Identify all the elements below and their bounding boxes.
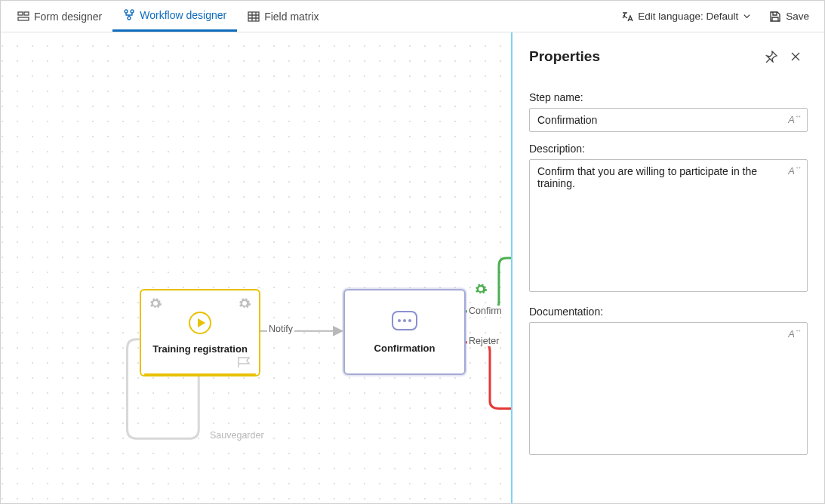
svg-rect-6 [248,12,259,21]
pin-button[interactable] [759,45,783,69]
workflow-canvas[interactable]: Notify Sauvegarder Confirm Rejeter Train… [1,32,511,503]
translate-icon[interactable] [788,114,802,125]
translate-icon[interactable] [788,165,802,177]
table-icon [248,11,260,23]
gear-icon[interactable] [238,297,251,310]
tab-workflow-designer[interactable]: Workflow designer [112,1,237,32]
description-label: Description: [529,143,808,155]
close-icon [790,51,802,63]
step-name-input[interactable] [529,108,808,132]
tab-form-designer-label: Form designer [34,11,102,23]
gear-icon[interactable] [149,297,162,310]
description-input[interactable] [529,159,808,292]
workflow-icon [123,9,135,21]
flag-icon [238,357,251,367]
save-icon [769,11,781,23]
gear-icon[interactable] [474,282,488,296]
close-button[interactable] [783,45,808,69]
node-training-registration[interactable]: Training registration [140,289,260,376]
tab-field-matrix[interactable]: Field matrix [237,1,329,32]
edit-language-label: Edit language: Default [638,11,738,22]
svg-rect-1 [24,12,29,15]
edge-label-confirm[interactable]: Confirm [467,306,503,316]
svg-point-4 [131,10,134,13]
edge-label-notify[interactable]: Notify [267,324,294,334]
tab-form-designer[interactable]: Form designer [7,1,112,32]
svg-point-3 [125,10,128,13]
node-confirmation-label: Confirmation [374,343,436,354]
tab-field-matrix-label: Field matrix [264,11,319,23]
panel-title: Properties [529,48,600,65]
save-button[interactable]: Save [760,11,818,23]
layout-icon [17,11,29,23]
translate-icon [621,11,633,23]
properties-panel: Properties Step name: Description: Docum… [511,32,824,503]
edge-label-rejeter[interactable]: Rejeter [467,336,500,346]
documentation-label: Documentation: [529,306,808,318]
save-label: Save [786,11,809,22]
pin-icon [765,51,777,63]
chevron-down-icon [743,12,751,20]
node-training-label: Training registration [152,343,248,355]
edge-label-sauvegarder[interactable]: Sauvegarder [208,430,266,441]
translate-icon[interactable] [788,328,802,340]
step-icon [392,311,417,330]
step-name-label: Step name: [529,91,808,103]
edit-language-dropdown[interactable]: Edit language: Default [612,11,760,23]
top-toolbar: Form designer Workflow designer Field ma… [1,1,824,32]
svg-rect-2 [18,17,29,20]
tab-workflow-designer-label: Workflow designer [140,9,226,21]
play-icon [189,312,211,334]
svg-rect-0 [18,12,23,15]
svg-point-5 [128,17,131,20]
node-confirmation[interactable]: Confirmation [343,289,466,375]
documentation-input[interactable] [529,322,808,455]
